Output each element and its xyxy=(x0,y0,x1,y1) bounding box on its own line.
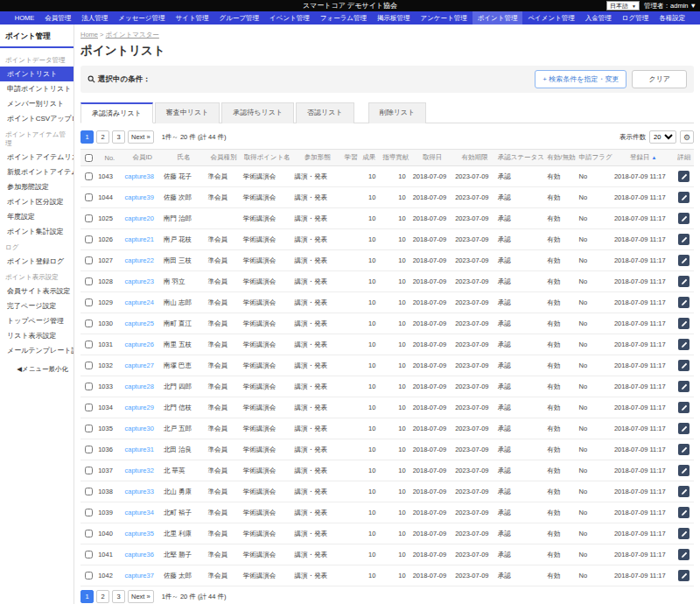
row-checkbox[interactable] xyxy=(85,530,93,537)
tab-否認リスト[interactable]: 否認リスト xyxy=(296,102,354,123)
menu-minimize-button[interactable]: ◀メニュー最小化 xyxy=(0,358,74,381)
page-button-1[interactable]: 1 xyxy=(80,130,94,144)
row-checkbox[interactable] xyxy=(85,341,93,348)
filter-clear-button[interactable]: クリア xyxy=(632,70,687,88)
breadcrumb-current-link[interactable]: ポイントマスター xyxy=(106,31,159,39)
member-id-link[interactable]: capture32 xyxy=(124,467,153,474)
row-checkbox[interactable] xyxy=(85,446,93,453)
row-checkbox[interactable] xyxy=(85,277,93,285)
member-id-link[interactable]: capture34 xyxy=(124,509,153,516)
tab-承認待ちリスト[interactable]: 承認待ちリスト xyxy=(221,102,294,123)
sidebar-item[interactable]: ポイント集計設定 xyxy=(0,224,74,239)
select-all-checkbox[interactable] xyxy=(85,154,93,162)
tab-承認済みリスト[interactable]: 承認済みリスト xyxy=(80,102,153,123)
gear-icon[interactable]: ⚙︎ xyxy=(680,130,694,144)
member-id-link[interactable]: capture35 xyxy=(124,530,153,537)
nav-item-グループ管理[interactable]: グループ管理 xyxy=(214,11,265,25)
sidebar-item[interactable]: ポイントCSVアップロード xyxy=(0,111,74,126)
page-button-3[interactable]: 3 xyxy=(112,590,125,603)
member-id-link[interactable]: capture29 xyxy=(124,404,153,411)
sidebar-item[interactable]: メールテンプレート設定 xyxy=(0,343,74,358)
sidebar-item[interactable]: 完了ページ設定 xyxy=(0,298,74,313)
row-checkbox[interactable] xyxy=(85,383,93,390)
edit-icon[interactable] xyxy=(678,297,690,308)
page-button-3[interactable]: 3 xyxy=(112,130,125,144)
row-checkbox[interactable] xyxy=(85,488,93,495)
row-checkbox[interactable] xyxy=(85,172,93,180)
next-page-button[interactable]: Next » xyxy=(128,590,154,603)
member-id-link[interactable]: capture22 xyxy=(124,256,153,264)
sidebar-item[interactable]: ポイントアイテムリスト xyxy=(0,150,74,165)
nav-item-各種設定[interactable]: 各種設定 xyxy=(654,11,690,25)
nav-item-フォーラム管理[interactable]: フォーラム管理 xyxy=(315,11,372,25)
edit-icon[interactable] xyxy=(678,276,690,287)
row-checkbox[interactable] xyxy=(85,404,93,411)
page-button-2[interactable]: 2 xyxy=(96,590,109,603)
member-id-link[interactable]: capture23 xyxy=(124,277,153,285)
member-id-link[interactable]: capture38 xyxy=(124,172,153,180)
sidebar-item[interactable]: ポイント区分設定 xyxy=(0,194,74,209)
next-page-button[interactable]: Next » xyxy=(128,130,154,144)
row-checkbox[interactable] xyxy=(85,551,93,558)
edit-icon[interactable] xyxy=(678,549,690,560)
language-select[interactable]: 日本語 ▼ xyxy=(606,1,640,11)
edit-icon[interactable] xyxy=(678,171,690,182)
nav-item-イベント管理[interactable]: イベント管理 xyxy=(264,11,315,25)
row-checkbox[interactable] xyxy=(85,467,93,474)
breadcrumb-home-link[interactable]: Home xyxy=(80,31,98,39)
row-checkbox[interactable] xyxy=(85,256,93,264)
nav-item-掲示板管理[interactable]: 掲示板管理 xyxy=(372,11,416,25)
member-id-link[interactable]: capture30 xyxy=(124,425,153,432)
nav-item-ログ管理[interactable]: ログ管理 xyxy=(617,11,654,25)
sidebar-item[interactable]: ポイントリスト xyxy=(0,67,74,81)
tab-審査中リスト[interactable]: 審査中リスト xyxy=(155,102,220,123)
row-checkbox[interactable] xyxy=(85,235,93,243)
member-id-link[interactable]: capture24 xyxy=(124,298,153,306)
edit-icon[interactable] xyxy=(678,213,690,224)
member-id-link[interactable]: capture25 xyxy=(124,320,153,327)
row-checkbox[interactable] xyxy=(85,214,93,222)
page-button-1[interactable]: 1 xyxy=(80,590,94,603)
display-count-select[interactable]: 20 xyxy=(649,130,676,144)
search-condition-button[interactable]: + 検索条件を指定・変更 xyxy=(535,70,626,88)
row-checkbox[interactable] xyxy=(85,298,93,306)
edit-icon[interactable] xyxy=(678,402,690,413)
sidebar-item[interactable]: ポイント登録ログ xyxy=(0,254,74,269)
tab-削除リスト[interactable]: 削除リスト xyxy=(368,102,427,123)
nav-item-入金管理[interactable]: 入金管理 xyxy=(580,11,617,25)
row-checkbox[interactable] xyxy=(85,193,93,201)
member-id-link[interactable]: capture26 xyxy=(124,341,153,348)
member-id-link[interactable]: capture20 xyxy=(124,214,153,222)
edit-icon[interactable] xyxy=(678,339,690,350)
page-button-2[interactable]: 2 xyxy=(96,130,109,144)
row-checkbox[interactable] xyxy=(85,572,93,579)
member-id-link[interactable]: capture21 xyxy=(124,235,153,243)
admin-menu[interactable]: 管理者：admin ▼ xyxy=(644,2,696,11)
nav-item-ポイント管理[interactable]: ポイント管理 xyxy=(472,11,523,25)
member-id-link[interactable]: capture28 xyxy=(124,383,153,390)
edit-icon[interactable] xyxy=(678,381,690,392)
edit-icon[interactable] xyxy=(678,486,690,497)
edit-icon[interactable] xyxy=(678,444,690,455)
edit-icon[interactable] xyxy=(678,318,690,329)
member-id-link[interactable]: capture31 xyxy=(124,446,153,453)
member-id-link[interactable]: capture33 xyxy=(124,488,153,495)
nav-item-法人管理[interactable]: 法人管理 xyxy=(76,11,113,25)
sidebar-item[interactable]: メンバー別リスト xyxy=(0,96,74,111)
edit-icon[interactable] xyxy=(678,423,690,434)
sidebar-item[interactable]: 年度設定 xyxy=(0,209,74,224)
row-checkbox[interactable] xyxy=(85,425,93,432)
edit-icon[interactable] xyxy=(678,528,690,539)
nav-item-アンケート管理[interactable]: アンケート管理 xyxy=(416,11,472,25)
member-id-link[interactable]: capture39 xyxy=(124,193,153,201)
edit-icon[interactable] xyxy=(678,507,690,518)
nav-item-サイト管理[interactable]: サイト管理 xyxy=(171,11,214,25)
edit-icon[interactable] xyxy=(678,192,690,203)
sidebar-item[interactable]: トップページ管理 xyxy=(0,313,74,328)
edit-icon[interactable] xyxy=(678,570,690,581)
sidebar-item[interactable]: 新規ポイントアイテム作成 xyxy=(0,165,74,179)
nav-item-ペイメント管理[interactable]: ペイメント管理 xyxy=(522,11,579,25)
edit-icon[interactable] xyxy=(678,465,690,476)
nav-item-メッセージ管理[interactable]: メッセージ管理 xyxy=(113,11,170,25)
row-checkbox[interactable] xyxy=(85,362,93,369)
